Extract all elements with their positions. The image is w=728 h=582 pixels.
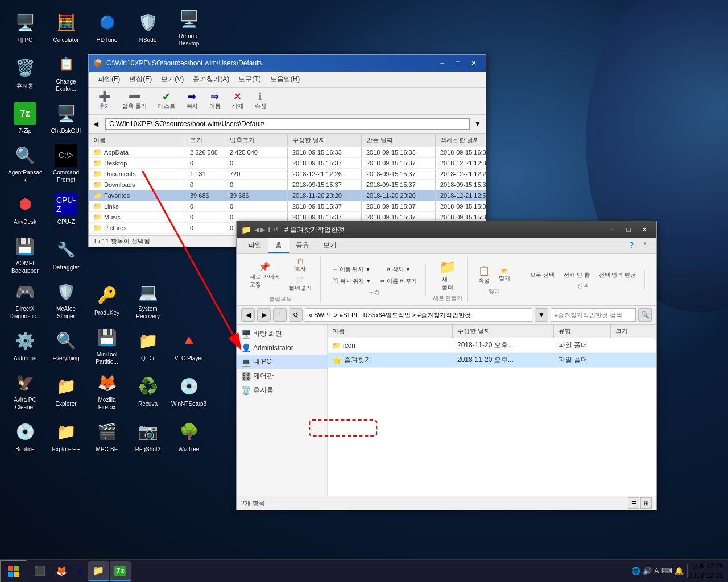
sidebar-item-control-panel[interactable]: 🎛️ 제어판 — [237, 369, 327, 383]
ribbon-btn-properties[interactable]: 📋 속성 — [474, 264, 494, 286]
desktop-icon-hdtune[interactable]: 🔵 HDTune — [86, 5, 127, 50]
zip-btn-move[interactable]: ⇒ 이동 — [204, 90, 226, 112]
ribbon-btn-rename[interactable]: ✏ 이름 바꾸기 — [377, 276, 421, 287]
desktop-icon-regshot2[interactable]: 📷 RegShot2 — [127, 414, 168, 459]
taskbar-clock[interactable]: 오후 12:56 2018-12-21 — [689, 562, 723, 581]
explorer-minimize-btn[interactable]: − — [605, 224, 620, 235]
zip-address-input[interactable] — [105, 118, 470, 130]
zip-menu-help[interactable]: 도움말(H) — [266, 73, 305, 86]
desktop-icon-agentransack[interactable]: 🔍 AgentRansack — [5, 141, 46, 186]
zip-menu-edit[interactable]: 편집(E) — [125, 73, 156, 86]
desktop-icon-winntsetup[interactable]: 💿 WinNTSetup3 — [168, 368, 209, 414]
sidebar-item-recycle-bin[interactable]: 🗑️ 휴지통 — [237, 383, 327, 397]
taskbar-item-ie[interactable]: ℯ — [73, 561, 87, 581]
desktop-icon-autoruns[interactable]: ⚙️ Autoruns — [5, 323, 46, 368]
zip-row-appdata[interactable]: 📁AppData 2 526 508 2 425 040 2018-09-15 … — [89, 147, 486, 158]
desktop-icon-avira[interactable]: 🦅 Avira PC Cleaner — [5, 368, 46, 414]
ribbon-btn-copy-to[interactable]: 📋 복사 위치 ▼ — [328, 276, 375, 287]
ribbon-btn-select-none[interactable]: 선택 안 함 — [560, 269, 594, 281]
desktop-icon-remote-desktop[interactable]: 🖥️ Remote Desktop — [168, 5, 209, 50]
desktop-icon-everything[interactable]: 🔍 Everything — [46, 323, 86, 368]
desktop-icon-chkdskgui[interactable]: 🖥️ ChkDskGUI — [46, 95, 86, 141]
network-tray-icon[interactable]: 🌐 — [631, 567, 640, 575]
zip-btn-properties[interactable]: ℹ 속성 — [250, 90, 271, 112]
zip-menu-view[interactable]: 보기(V) — [156, 73, 188, 86]
desktop-icon-bootice[interactable]: 💿 Bootice — [5, 414, 46, 459]
zip-btn-extract[interactable]: ➖ 압축 풀기 — [117, 90, 152, 112]
desktop-icon-command-prompt[interactable]: C:\> Command Prompt — [46, 141, 86, 186]
zip-path-dropdown[interactable]: ▼ — [474, 120, 481, 128]
zip-btn-delete[interactable]: ✕ 삭제 — [227, 90, 249, 112]
ribbon-tab-view[interactable]: 보기 — [316, 238, 344, 253]
zip-row-favorites[interactable]: 📁Favorites 39 686 39 686 2018-11-20 20:2… — [89, 190, 486, 201]
zip-col-name[interactable]: 이름 — [89, 135, 185, 146]
zip-close-btn[interactable]: ✕ — [466, 57, 481, 69]
explorer-address-go-btn[interactable]: ▼ — [535, 308, 548, 322]
zip-maximize-btn[interactable]: □ — [450, 57, 465, 69]
desktop-icon-aomei[interactable]: 💾 AOMEI Backupper — [5, 232, 46, 277]
zip-col-accessed[interactable]: 액세스한 날짜 — [436, 135, 486, 146]
ribbon-btn-paste[interactable]: 📄 붙여넣기 — [285, 276, 316, 294]
explorer-search-input[interactable] — [551, 308, 636, 322]
taskbar-item-cmd[interactable]: ⬛ — [30, 561, 50, 581]
explorer-maximize-btn[interactable]: □ — [621, 224, 636, 235]
zip-menu-favorites[interactable]: 즐겨찾기(A) — [188, 73, 234, 86]
desktop-icon-minitool[interactable]: 💾 MiniTool Partitio... — [86, 323, 127, 368]
desktop-icon-my-pc[interactable]: 🖥️ 내 PC — [5, 5, 46, 50]
desktop-icon-calculator[interactable]: 🧮 Calculator — [46, 5, 86, 50]
desktop-icon-recuva[interactable]: ♻️ Recuva — [127, 368, 168, 414]
zip-btn-add[interactable]: ➕ 추가 — [93, 90, 116, 112]
taskbar-item-7z[interactable]: 7z — [110, 561, 131, 581]
keyboard-tray-icon[interactable]: ⌨ — [661, 567, 672, 575]
volume-tray-icon[interactable]: 🔊 — [643, 567, 652, 575]
start-button[interactable] — [0, 560, 27, 583]
desktop-icon-produkey[interactable]: 🔑 ProduKey — [86, 277, 127, 323]
zip-row-documents[interactable]: 📁Documents 1 131 720 2018-12-21 12:26 20… — [89, 169, 486, 180]
ribbon-btn-copy[interactable]: 📋 복사 — [285, 256, 316, 275]
taskbar-item-firefox[interactable]: 🦊 — [51, 561, 72, 581]
desktop-icon-change-explorer[interactable]: 📋 Change Explor... — [46, 50, 86, 95]
zip-minimize-btn[interactable]: − — [435, 57, 449, 69]
desktop-icon-cpu-z[interactable]: CPU-Z CPU-Z — [46, 186, 86, 232]
desktop-icon-nsudo[interactable]: 🛡️ NSudo — [127, 5, 168, 50]
explorer-row-favorites[interactable]: ⭐ 즐겨찾기 2018-11-20 오후... 파일 폴더 — [328, 353, 656, 368]
desktop-icon-directx[interactable]: 🎮 DirectX Diagnostic... — [5, 277, 46, 323]
ribbon-expand-btn[interactable]: ∧ — [638, 238, 652, 253]
explorer-address-bar[interactable] — [305, 308, 532, 322]
ribbon-tab-share[interactable]: 공유 — [289, 238, 316, 253]
explorer-refresh-btn[interactable]: ↺ — [289, 308, 303, 322]
desktop-icon-vlc[interactable]: 🔺 VLC Player — [168, 323, 209, 368]
zip-col-created[interactable]: 만든 날짜 — [362, 135, 436, 146]
zip-btn-copy[interactable]: ➡ 복사 — [181, 90, 203, 112]
explorer-row-icon[interactable]: 📁 icon 2018-11-20 오후... 파일 폴더 — [328, 338, 656, 353]
ribbon-btn-pin[interactable]: 📌 새로 가이에고정 — [246, 260, 284, 290]
zip-menu-file[interactable]: 파일(F) — [93, 73, 125, 86]
zip-row-desktop[interactable]: 📁Desktop 0 0 2018-09-15 15:37 2018-09-15… — [89, 158, 486, 169]
ribbon-help-btn[interactable]: ? — [624, 238, 638, 253]
ribbon-tab-home[interactable]: 홈 — [268, 238, 289, 253]
ribbon-btn-select-all[interactable]: 모두 선택 — [526, 269, 559, 281]
ribbon-btn-delete[interactable]: ✕ 삭제 ▼ — [377, 264, 421, 275]
ribbon-tab-file[interactable]: 파일 — [241, 238, 268, 253]
lang-tray-icon[interactable]: A — [654, 567, 659, 575]
explorer-col-type[interactable]: 유형 — [554, 325, 611, 338]
zip-col-compressed[interactable]: 압축크기 — [225, 135, 288, 146]
desktop-icon-7zip[interactable]: 7z 7-Zip — [5, 95, 46, 141]
ribbon-btn-move-to[interactable]: → 이동 위치 ▼ — [328, 264, 375, 275]
explorer-up-btn[interactable]: ↑ — [273, 308, 287, 322]
explorer-search-btn[interactable]: 🔍 — [638, 308, 652, 322]
taskbar-item-explorer[interactable]: 📁 — [88, 561, 109, 581]
desktop-icon-system-recovery[interactable]: 💻 System Recovery — [127, 277, 168, 323]
desktop-icon-explorer[interactable]: 📁 Explorer — [46, 368, 86, 414]
explorer-close-btn[interactable]: ✕ — [637, 224, 652, 235]
ribbon-btn-open[interactable]: 📂 열기 — [495, 266, 514, 284]
explorer-back-btn[interactable]: ◀ — [241, 308, 255, 322]
desktop-icon-wiztree[interactable]: 🌳 WizTree — [168, 414, 209, 459]
sidebar-item-administrator[interactable]: 👤 Administrator — [237, 341, 327, 355]
explorer-detail-view-btn[interactable]: ⊞ — [640, 497, 652, 509]
explorer-list-view-btn[interactable]: ☰ — [628, 497, 639, 509]
explorer-col-modified[interactable]: 수정한 날짜 — [453, 325, 554, 338]
zip-menu-tools[interactable]: 도구(T) — [234, 73, 265, 86]
desktop-icon-mcafee[interactable]: 🛡️ McAfee Stinger — [46, 277, 86, 323]
desktop-icon-explorer-pp[interactable]: 📁 Explorer++ — [46, 414, 86, 459]
